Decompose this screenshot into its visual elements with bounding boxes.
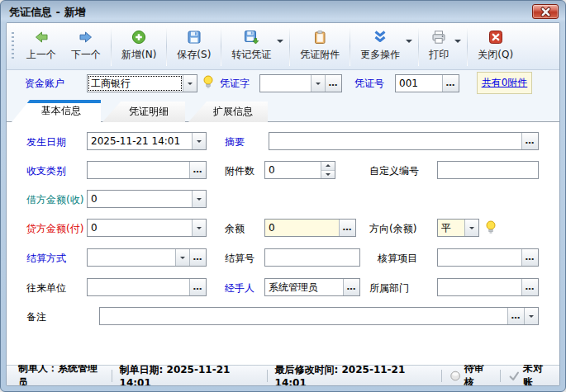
accounting-item-input[interactable] — [438, 249, 521, 266]
accounting-item-more-button[interactable] — [521, 249, 538, 266]
summary-field[interactable] — [269, 132, 539, 150]
form-row: 发生日期 摘要 — [7, 132, 559, 150]
summary-more-button[interactable] — [521, 133, 538, 149]
tab-basic-info-label: 基本信息 — [41, 104, 81, 118]
debit-amount-input[interactable] — [88, 191, 192, 207]
remark-dropdown-button[interactable] — [524, 308, 538, 324]
handler-field[interactable] — [264, 278, 360, 296]
department-input[interactable] — [438, 279, 521, 295]
category-field[interactable] — [87, 161, 207, 179]
debit-amount-combobox[interactable] — [87, 190, 207, 208]
form-row: 借方金额(收) — [7, 190, 559, 208]
department-more-button[interactable] — [521, 279, 538, 295]
attachment-count-link[interactable]: 共有0附件 — [482, 76, 528, 90]
occur-date-input[interactable] — [88, 133, 192, 149]
lightbulb-icon[interactable] — [202, 74, 215, 91]
toolbar-separator — [350, 26, 350, 66]
occur-date-dropdown-button[interactable] — [192, 133, 206, 149]
form-row: 结算方式 结算号 核算项目 — [7, 248, 559, 267]
direction-dropdown-button[interactable] — [464, 220, 478, 236]
occur-date-combobox[interactable] — [87, 132, 207, 150]
dropdown-arrow-icon[interactable] — [406, 40, 412, 46]
new-button[interactable]: 新增(N) — [114, 23, 164, 69]
attachment-count-label: 附件数 — [225, 164, 254, 178]
remark-more-button[interactable] — [507, 308, 524, 324]
creator-status: 制单人：系统管理员 — [18, 361, 104, 386]
balance-more-button[interactable] — [339, 220, 355, 236]
voucher-word-combobox[interactable] — [259, 74, 342, 92]
save-button-label: 保存(S) — [177, 48, 211, 62]
voucher-word-dropdown-button[interactable] — [311, 75, 325, 92]
dropdown-arrow-icon[interactable] — [277, 40, 283, 46]
settle-method-combobox[interactable] — [87, 248, 207, 267]
prev-button[interactable]: 上一个 — [19, 23, 64, 69]
voucher-no-more-button[interactable] — [442, 75, 459, 92]
titlebar[interactable]: 凭证信息 - 新增 — [1, 1, 565, 22]
custom-no-input[interactable] — [438, 162, 538, 178]
more-actions-button[interactable]: 更多操作 — [353, 26, 407, 67]
voucher-no-input[interactable] — [396, 75, 442, 92]
next-button[interactable]: 下一个 — [64, 23, 108, 69]
spinner-up-button[interactable] — [321, 162, 335, 171]
debit-dropdown-button[interactable] — [192, 191, 206, 207]
remark-input[interactable] — [100, 308, 507, 324]
more-actions-label: 更多操作 — [360, 48, 400, 62]
direction-combobox[interactable] — [437, 219, 479, 237]
settle-method-input[interactable] — [88, 249, 175, 266]
toolbar-grip[interactable] — [12, 32, 14, 60]
balance-input[interactable] — [265, 220, 339, 236]
print-button[interactable]: 打印 — [421, 26, 456, 67]
settle-no-input[interactable] — [265, 249, 359, 266]
account-input[interactable] — [88, 75, 183, 92]
direction-label: 方向(余额) — [369, 222, 416, 236]
contact-unit-more-button[interactable] — [189, 279, 206, 295]
remark-field[interactable] — [99, 307, 539, 325]
category-more-button[interactable] — [189, 162, 206, 178]
account-combobox[interactable] — [87, 74, 197, 92]
dropdown-arrow-icon[interactable] — [454, 40, 461, 46]
next-button-label: 下一个 — [71, 48, 101, 62]
department-label: 所属部门 — [369, 281, 409, 295]
voucher-word-input[interactable] — [260, 75, 311, 92]
attachment-count-input[interactable] — [265, 162, 321, 178]
contact-unit-input[interactable] — [88, 279, 189, 295]
credit-amount-combobox[interactable] — [87, 219, 207, 237]
summary-input[interactable] — [269, 133, 521, 149]
department-field[interactable] — [437, 278, 539, 296]
account-dropdown-button[interactable] — [183, 75, 197, 92]
transfer-voucher-label: 转记凭证 — [231, 48, 271, 62]
created-date-status: 制单日期: 2025-11-21 14:01 — [120, 363, 259, 387]
tab-voucher-detail[interactable]: 凭证明细 — [102, 102, 185, 122]
basic-info-panel: 发生日期 摘要 收支类别 附件数 — [7, 122, 559, 365]
accounting-item-field[interactable] — [437, 248, 539, 267]
spinner-down-button[interactable] — [321, 171, 335, 179]
lightbulb-icon[interactable] — [484, 220, 497, 236]
direction-input[interactable] — [438, 220, 464, 236]
balance-field[interactable] — [264, 219, 356, 237]
custom-no-field[interactable] — [437, 161, 539, 179]
settle-method-more-button[interactable] — [189, 249, 206, 266]
close-window-button[interactable]: 关闭(Q) — [470, 23, 521, 69]
custom-no-label: 自定义编号 — [369, 164, 419, 178]
settle-no-field[interactable] — [264, 248, 360, 267]
settle-method-dropdown-button[interactable] — [175, 249, 189, 266]
save-button[interactable]: 保存(S) — [169, 23, 218, 69]
tab-extended-info[interactable]: 扩展信息 — [188, 102, 268, 122]
voucher-attachment-button[interactable]: 凭证附件 — [293, 23, 347, 69]
handler-more-button[interactable] — [343, 279, 359, 295]
prev-button-label: 上一个 — [26, 48, 56, 62]
transfer-voucher-button[interactable]: 转记凭证 — [224, 26, 278, 67]
category-input[interactable] — [88, 162, 189, 178]
account-label: 资金账户 — [25, 77, 64, 91]
credit-dropdown-button[interactable] — [192, 220, 206, 236]
handler-input[interactable] — [265, 279, 343, 295]
window-close-button[interactable] — [532, 4, 559, 19]
attachment-count-spinner[interactable] — [264, 161, 335, 179]
voucher-word-more-button[interactable] — [325, 75, 341, 92]
status-separator — [112, 370, 112, 382]
save-icon — [186, 29, 202, 45]
voucher-no-field[interactable] — [395, 74, 459, 92]
credit-amount-input[interactable] — [88, 220, 192, 236]
contact-unit-field[interactable] — [87, 278, 207, 296]
chevron-down-icon — [469, 227, 474, 232]
